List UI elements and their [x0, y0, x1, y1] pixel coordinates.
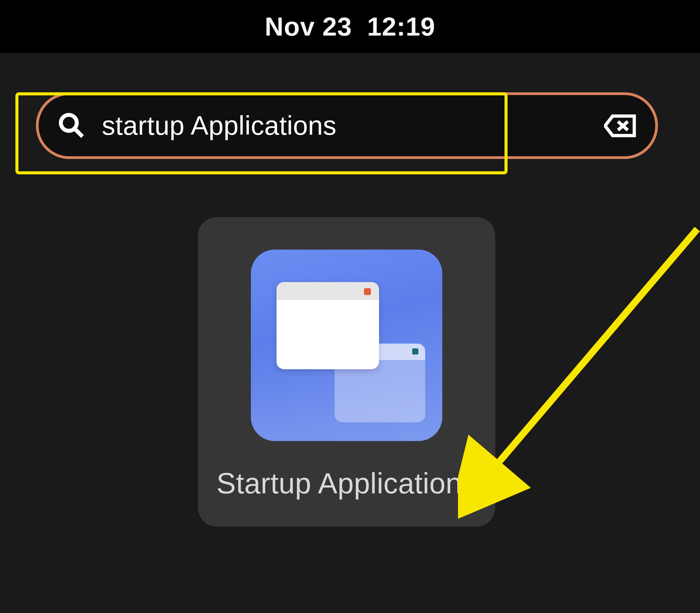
svg-line-1: [75, 129, 83, 136]
search-results: Startup Applications: [9, 217, 691, 526]
startup-applications-icon: [251, 250, 442, 441]
app-result-label: Startup Applications: [216, 467, 476, 500]
search-bar[interactable]: [36, 92, 658, 159]
svg-point-0: [61, 115, 77, 131]
clear-search-icon[interactable]: [604, 114, 636, 138]
search-icon: [57, 112, 85, 140]
app-result-startup-applications[interactable]: Startup Applications: [198, 217, 495, 526]
top-bar: Nov 23 12:19: [0, 0, 700, 53]
window-front-shape: [277, 282, 379, 369]
clock-text[interactable]: Nov 23 12:19: [265, 12, 435, 41]
activities-overview: Startup Applications: [0, 53, 700, 526]
search-input[interactable]: [102, 110, 604, 141]
